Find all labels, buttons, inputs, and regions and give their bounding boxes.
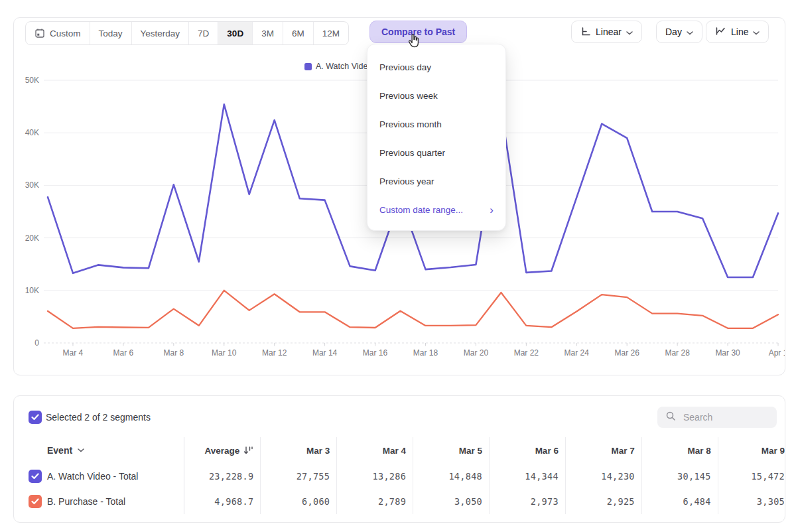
chart-type-dropdown-button[interactable]: Line: [706, 21, 769, 43]
column-header-mar 7[interactable]: Mar 7: [566, 437, 642, 464]
search-icon: [665, 411, 676, 424]
sort-descending-icon[interactable]: [243, 446, 253, 454]
axis-scale-icon: [580, 26, 591, 38]
chevron-down-icon: [687, 27, 693, 37]
svg-text:Mar 4: Mar 4: [63, 348, 84, 358]
segment-label: B. Purchase - Total: [47, 496, 125, 507]
cell-value: 14,344: [525, 471, 559, 482]
column-header-label: Mar 3: [306, 446, 330, 456]
cell-value: 15,472: [751, 471, 785, 482]
column-header-mar 8[interactable]: Mar 8: [642, 437, 718, 464]
range-option-label: Yesterday: [141, 29, 180, 38]
range-option-30d[interactable]: 30D: [218, 22, 252, 44]
scale-label: Linear: [596, 27, 622, 37]
cell-value: 6,060: [302, 496, 330, 507]
segment-cell: B. Purchase - Total: [14, 489, 184, 514]
value-cell: 6,060: [261, 489, 337, 514]
cell-value: 4,968.7: [214, 496, 253, 507]
menu-item-label: Custom date range...: [379, 205, 463, 215]
column-header-mar 6[interactable]: Mar 6: [490, 437, 566, 464]
svg-text:30K: 30K: [25, 180, 39, 190]
table-row: B. Purchase - Total 4,968.76,0602,7893,0…: [14, 489, 785, 514]
chevron-down-icon: [753, 27, 760, 37]
column-header-mar 5[interactable]: Mar 5: [413, 437, 490, 464]
table-row: A. Watch Video - Total 23,228.927,75513,…: [14, 464, 785, 489]
svg-text:40K: 40K: [25, 128, 39, 137]
menu-item-previous-month[interactable]: Previous month: [367, 110, 505, 139]
cell-value: 30,145: [677, 471, 711, 482]
menu-item-custom-date-range[interactable]: Custom date range...›: [367, 196, 505, 224]
value-cell: 23,228.9: [184, 464, 261, 489]
compare-to-past-menu: Previous dayPrevious weekPrevious monthP…: [367, 44, 506, 231]
svg-text:50K: 50K: [25, 76, 39, 85]
compare-to-past-button[interactable]: Compare to Past: [369, 21, 467, 43]
segment-cell: A. Watch Video - Total: [14, 464, 184, 489]
scale-dropdown-button[interactable]: Linear: [571, 21, 642, 43]
table-header-row: EventAverageMar 3Mar 4Mar 5Mar 6Mar 7Mar…: [14, 437, 785, 464]
compare-to-past-label: Compare to Past: [381, 27, 455, 37]
date-range-group: CustomTodayYesterday7D30D3M6M12M: [25, 21, 349, 45]
check-icon: [31, 498, 39, 505]
svg-text:10K: 10K: [25, 286, 39, 295]
value-cell: 14,344: [490, 464, 566, 489]
range-option-3m[interactable]: 3M: [252, 22, 283, 44]
column-header-average[interactable]: Average: [184, 437, 261, 464]
value-cell: 3,305: [718, 489, 785, 514]
menu-item-previous-year[interactable]: Previous year: [367, 167, 505, 196]
value-cell: 30,145: [642, 464, 718, 489]
check-icon: [31, 473, 39, 480]
range-option-6m[interactable]: 6M: [283, 22, 313, 44]
range-option-7d[interactable]: 7D: [188, 22, 218, 44]
svg-text:Mar 28: Mar 28: [665, 348, 690, 358]
cell-value: 3,050: [454, 496, 482, 507]
svg-text:Mar 30: Mar 30: [715, 348, 740, 358]
menu-item-previous-week[interactable]: Previous week: [367, 82, 505, 110]
range-option-yesterday[interactable]: Yesterday: [131, 22, 189, 44]
cell-value: 14,848: [448, 471, 482, 482]
chevron-down-icon: [78, 448, 84, 452]
svg-text:Apr 1: Apr 1: [769, 348, 785, 358]
column-header-label: Mar 5: [459, 446, 482, 456]
value-cell: 3,050: [413, 489, 490, 514]
column-header-label: Mar 8: [687, 446, 710, 456]
column-header-label: Average: [205, 446, 240, 456]
cell-value: 3,305: [757, 496, 785, 507]
menu-item-previous-day[interactable]: Previous day: [367, 53, 505, 82]
chart-type-label: Line: [731, 27, 748, 37]
search-box[interactable]: [657, 407, 777, 428]
column-header-mar 9[interactable]: Mar 9: [718, 437, 785, 464]
legend-swatch: [304, 63, 312, 70]
chevron-right-icon: ›: [490, 204, 494, 216]
cell-value: 23,228.9: [209, 471, 253, 482]
search-input[interactable]: [682, 411, 764, 423]
range-option-custom[interactable]: Custom: [26, 22, 90, 44]
column-header-label: Mar 7: [612, 446, 635, 456]
select-all-checkbox[interactable]: [29, 411, 42, 424]
segment-checkbox[interactable]: [29, 470, 42, 483]
range-option-label: 6M: [292, 29, 304, 38]
interval-dropdown-button[interactable]: Day: [656, 21, 702, 43]
event-header-label: Event: [47, 445, 72, 456]
svg-text:20K: 20K: [25, 233, 39, 243]
range-option-label: Today: [99, 29, 123, 38]
column-header-event[interactable]: Event: [14, 437, 184, 464]
segments-card: Selected 2 of 2 segments EventAverageMar…: [13, 395, 785, 523]
column-header-label: Mar 9: [762, 446, 785, 456]
svg-text:Mar 26: Mar 26: [615, 348, 640, 358]
range-option-label: Custom: [50, 29, 81, 38]
svg-text:Mar 18: Mar 18: [413, 348, 438, 358]
cell-value: 2,789: [378, 496, 406, 507]
value-cell: 2,789: [337, 489, 413, 514]
value-cell: 27,755: [261, 464, 337, 489]
cell-value: 14,230: [601, 471, 635, 482]
column-header-mar 3[interactable]: Mar 3: [261, 437, 337, 464]
svg-text:Mar 12: Mar 12: [262, 348, 287, 358]
segment-checkbox[interactable]: [29, 495, 42, 508]
column-header-mar 4[interactable]: Mar 4: [337, 437, 413, 464]
range-option-12m[interactable]: 12M: [313, 22, 348, 44]
menu-item-previous-quarter[interactable]: Previous quarter: [367, 139, 505, 167]
cell-value: 27,755: [297, 471, 330, 482]
range-option-label: 7D: [198, 29, 209, 38]
range-option-today[interactable]: Today: [90, 22, 131, 44]
value-cell: 6,484: [642, 489, 718, 514]
